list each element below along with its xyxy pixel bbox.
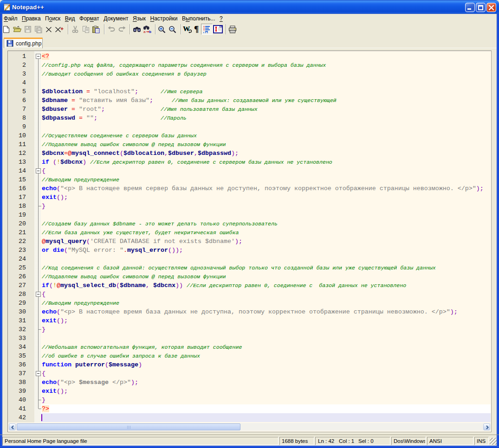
svg-text:a: a bbox=[143, 30, 146, 33]
svg-text:b: b bbox=[149, 30, 151, 33]
svg-text:¶: ¶ bbox=[194, 25, 199, 34]
svg-text:W: W bbox=[183, 25, 190, 32]
